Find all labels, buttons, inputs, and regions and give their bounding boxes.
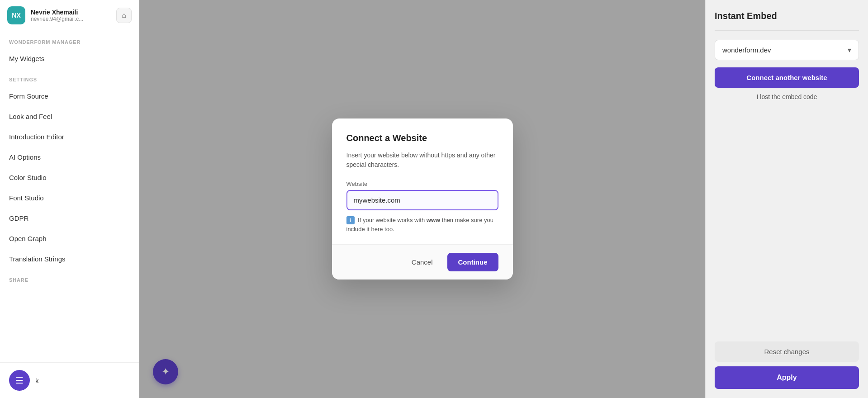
menu-button[interactable]: ☰ <box>9 370 30 391</box>
right-panel-divider <box>715 30 859 31</box>
share-section-label: SHARE <box>0 269 139 286</box>
user-info: Nevrie Xhemaili nevriee.94@gmail.c... <box>31 9 111 22</box>
sidebar-item-ai-options[interactable]: AI Options <box>0 147 139 167</box>
continue-button[interactable]: Continue <box>447 253 498 271</box>
sidebar-item-open-graph[interactable]: Open Graph <box>0 228 139 249</box>
domain-dropdown[interactable]: wonderform.dev ▾ <box>715 40 859 60</box>
home-icon: ⌂ <box>122 11 126 19</box>
modal-title: Connect a Website <box>346 133 498 143</box>
sidebar-item-introduction-editor[interactable]: Introduction Editor <box>0 127 139 147</box>
settings-section-label: SETTINGS <box>0 69 139 86</box>
cancel-button[interactable]: Cancel <box>404 254 440 270</box>
main-content: ✦ Connect a Website Insert your website … <box>139 0 705 398</box>
website-input[interactable] <box>346 190 498 210</box>
right-panel: Instant Embed wonderform.dev ▾ Connect a… <box>705 0 868 398</box>
avatar: NX <box>7 6 25 24</box>
sidebar-item-translation-strings[interactable]: Translation Strings <box>0 249 139 269</box>
right-panel-title: Instant Embed <box>715 11 859 21</box>
sidebar-item-font-studio[interactable]: Font Studio <box>0 188 139 208</box>
sidebar-item-look-and-feel[interactable]: Look and Feel <box>0 106 139 127</box>
sidebar: NX Nevrie Xhemaili nevriee.94@gmail.c...… <box>0 0 139 398</box>
info-icon: i <box>346 216 355 224</box>
sidebar-bottom: ☰ k <box>0 362 139 398</box>
sidebar-item-color-studio[interactable]: Color Studio <box>0 167 139 188</box>
modal-info-text: i If your website works with www then ma… <box>346 216 498 233</box>
connect-website-modal: Connect a Website Insert your website be… <box>332 118 513 280</box>
manager-section-label: WONDERFORM MANAGER <box>0 31 139 48</box>
user-email: nevriee.94@gmail.c... <box>31 16 111 22</box>
lost-embed-link[interactable]: I lost the embed code <box>715 93 859 100</box>
apply-button[interactable]: Apply <box>715 366 859 389</box>
modal-footer: Cancel Continue <box>332 244 513 280</box>
menu-icon: ☰ <box>15 375 24 386</box>
sidebar-item-gdpr[interactable]: GDPR <box>0 208 139 228</box>
reset-changes-button[interactable]: Reset changes <box>715 341 859 362</box>
website-field-label: Website <box>346 180 498 187</box>
sidebar-item-my-widgets[interactable]: My Widgets <box>0 48 139 69</box>
modal-overlay: Connect a Website Insert your website be… <box>139 0 705 398</box>
sidebar-header: NX Nevrie Xhemaili nevriee.94@gmail.c...… <box>0 0 139 31</box>
modal-body: Connect a Website Insert your website be… <box>332 118 513 244</box>
sidebar-bottom-label: k <box>35 377 39 384</box>
connect-another-website-button[interactable]: Connect another website <box>715 67 859 88</box>
modal-description: Insert your website below without https … <box>346 151 498 170</box>
chevron-down-icon: ▾ <box>848 46 851 54</box>
user-name: Nevrie Xhemaili <box>31 9 111 16</box>
sidebar-item-form-source[interactable]: Form Source <box>0 86 139 106</box>
spacer <box>715 109 859 341</box>
domain-value: wonderform.dev <box>722 46 771 54</box>
home-button[interactable]: ⌂ <box>116 8 132 23</box>
